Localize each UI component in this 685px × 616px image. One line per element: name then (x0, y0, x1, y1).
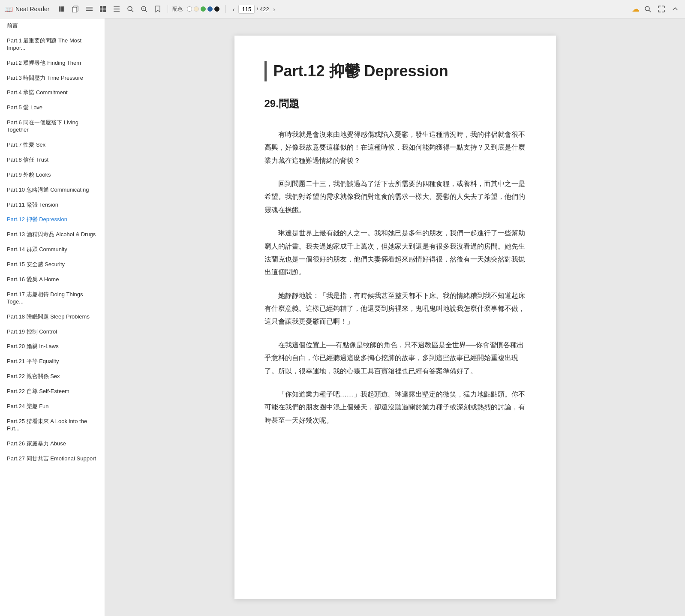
color-dots (187, 6, 219, 12)
paragraph-3: 琳達是世界上最有錢的人之一。我和她已是多年的朋友，我們一起進行了一些幫助窮人的計… (264, 227, 526, 279)
menu-icon (86, 6, 93, 12)
search-small-button[interactable] (125, 4, 136, 14)
sidebar-item-14[interactable]: Part.14 群眾 Community (0, 242, 105, 257)
sidebar-item-6[interactable]: Part.6 同在一個屋簷下 Living Together (0, 115, 105, 138)
svg-line-18 (145, 10, 147, 12)
copy-icon (72, 6, 79, 12)
book-page: Part.12 抑鬱 Depression 29.問題 有時我就是會沒來由地覺得… (234, 36, 556, 599)
sidebar-item-3[interactable]: Part.3 時間壓力 Time Pressure (0, 71, 105, 86)
grid-view-button[interactable] (97, 4, 108, 14)
section-divider (264, 116, 526, 116)
sidebar: 前言Part.1 最重要的問題 The Most Impor...Part.2 … (0, 18, 105, 616)
sidebar-item-23[interactable]: Part.22 自尊 Self-Esteem (0, 384, 105, 399)
bookmark-button[interactable] (152, 4, 163, 14)
search-small-icon (127, 6, 134, 12)
page-total: 422 (260, 6, 269, 12)
sidebar-item-2[interactable]: Part.2 眾裡尋他 Finding Them (0, 56, 105, 71)
library-icon (58, 6, 65, 12)
sidebar-item-13[interactable]: Part.13 酒精與毒品 Alcohol & Drugs (0, 227, 105, 242)
sidebar-item-5[interactable]: Part.5 愛 Love (0, 100, 105, 115)
next-page-button[interactable]: › (271, 4, 277, 15)
main-layout: 前言Part.1 最重要的問題 The Most Impor...Part.2 … (0, 18, 685, 616)
library-button[interactable] (56, 4, 67, 14)
menu-button[interactable] (84, 4, 95, 14)
sidebar-item-20[interactable]: Part.20 婚親 In-Laws (0, 339, 105, 354)
sidebar-item-9[interactable]: Part.9 外貌 Looks (0, 168, 105, 183)
search-large-icon: + (141, 6, 147, 12)
prev-page-button[interactable]: ‹ (230, 4, 237, 15)
color-cream-dot[interactable] (194, 6, 199, 12)
paragraph-5: 在我這個位置上──有點像是牧師的角色，只不過教區是全世界──你會習慣各種出乎意料… (264, 339, 526, 378)
sidebar-item-24[interactable]: Part.24 樂趣 Fun (0, 399, 105, 414)
svg-rect-0 (59, 6, 60, 12)
color-black-dot[interactable] (214, 6, 219, 12)
sidebar-item-10[interactable]: Part.10 忽略溝通 Communicating (0, 183, 105, 198)
list-icon (113, 6, 120, 12)
svg-rect-14 (114, 11, 120, 12)
paragraph-2: 回到問題二十三，我們談過為了活下去所需要的四種食糧，或養料，而其中之一是希望。我… (264, 177, 526, 216)
svg-rect-8 (100, 6, 102, 9)
section-title: 29.問題 (264, 97, 526, 111)
svg-line-21 (649, 10, 651, 12)
sidebar-item-26[interactable]: Part.26 家庭暴力 Abuse (0, 436, 105, 451)
search-icon (644, 6, 651, 12)
sidebar-item-4[interactable]: Part.4 承諾 Commitment (0, 85, 105, 100)
collapse-button[interactable] (670, 4, 681, 14)
app-title: Neat Reader (15, 6, 49, 12)
copy-button[interactable] (70, 4, 81, 14)
svg-rect-5 (86, 7, 93, 8)
page-separator: / (256, 6, 258, 12)
sidebar-item-25[interactable]: Part.25 猜看未來 A Look into the Fut... (0, 414, 105, 436)
svg-line-16 (132, 10, 134, 12)
svg-rect-7 (86, 10, 93, 11)
paragraph-4: 她靜靜地說：「我是指，有時候我甚至整天都不下床。我的情緒糟到我不知道起床有什麼意… (264, 289, 526, 328)
fullscreen-icon (658, 6, 665, 12)
sidebar-item-12[interactable]: Part.12 抑鬱 Depression (0, 212, 105, 227)
grid-icon (99, 6, 106, 12)
page-input[interactable]: 115 (238, 5, 255, 14)
chevron-up-icon (672, 6, 679, 12)
separator-2 (225, 5, 226, 13)
sidebar-item-1[interactable]: Part.1 最重要的問題 The Most Impor... (0, 33, 105, 56)
list-view-button[interactable] (111, 4, 122, 14)
page-navigation: ‹ 115 / 422 › (230, 4, 277, 15)
app-icon: 📖 (4, 5, 13, 13)
svg-rect-9 (103, 6, 106, 9)
sidebar-item-17[interactable]: Part.17 志趣相待 Doing Things Toge... (0, 287, 105, 310)
sidebar-item-27[interactable]: Part.27 同甘共苦 Emotional Support (0, 451, 105, 466)
paragraph-6: 「你知道業力種子吧……」我起頭道。琳達露出堅定的微笑，猛力地點點頭。你不可能在我… (264, 388, 526, 427)
search-large-button[interactable]: + (138, 4, 150, 14)
separator-1 (168, 5, 168, 13)
fullscreen-button[interactable] (656, 4, 667, 14)
app-brand: 📖 Neat Reader (4, 5, 49, 13)
svg-rect-6 (86, 9, 93, 9)
svg-rect-10 (100, 9, 102, 12)
sidebar-item-19[interactable]: Part.19 控制 Control (0, 325, 105, 340)
toolbar-right: ☁ (632, 4, 681, 14)
content-area[interactable]: Part.12 抑鬱 Depression 29.問題 有時我就是會沒來由地覺得… (105, 18, 685, 616)
toolbar: 📖 Neat Reader + 配色 ‹ 115 / 422 › (0, 0, 685, 18)
svg-rect-1 (60, 6, 62, 12)
color-green-dot[interactable] (201, 6, 206, 12)
sidebar-item-7[interactable]: Part.7 性愛 Sex (0, 138, 105, 153)
color-blue-dot[interactable] (207, 6, 213, 12)
svg-rect-13 (114, 9, 120, 9)
svg-rect-12 (114, 6, 120, 7)
paragraph-1: 有時我就是會沒來由地覺得感傷或陷入憂鬱，發生這種情況時，我的伴侶就會很不高興，好… (264, 128, 526, 167)
sidebar-item-0[interactable]: 前言 (0, 18, 105, 33)
svg-rect-11 (103, 9, 106, 12)
color-white-dot[interactable] (187, 6, 192, 12)
sidebar-item-15[interactable]: Part.15 安全感 Security (0, 257, 105, 272)
sidebar-item-22[interactable]: Part.22 親密關係 Sex (0, 369, 105, 384)
svg-text:+: + (143, 7, 144, 10)
svg-rect-2 (62, 6, 64, 12)
bookmark-icon (154, 6, 161, 12)
color-label: 配色 (172, 6, 183, 13)
sidebar-item-11[interactable]: Part.11 緊張 Tension (0, 198, 105, 213)
sidebar-item-21[interactable]: Part.21 平等 Equality (0, 354, 105, 369)
sidebar-item-8[interactable]: Part.8 信任 Trust (0, 153, 105, 168)
sidebar-item-18[interactable]: Part.18 睡眠問題 Sleep Problems (0, 310, 105, 325)
sidebar-item-16[interactable]: Part.16 愛巢 A Home (0, 272, 105, 287)
search-button[interactable] (642, 4, 653, 14)
chapter-title: Part.12 抑鬱 Depression (264, 61, 526, 81)
